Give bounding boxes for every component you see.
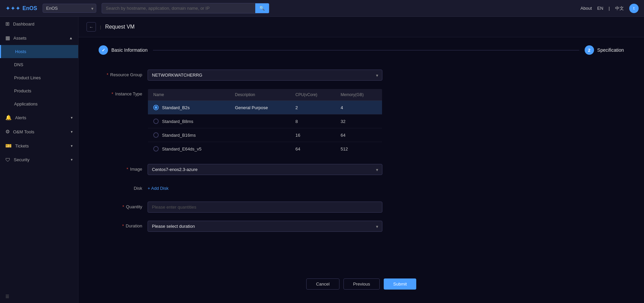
table-row[interactable]: Standard_B2s General Purpose 2 4 bbox=[148, 101, 382, 115]
disk-control: + Add Disk bbox=[148, 183, 382, 193]
radio-1[interactable] bbox=[153, 119, 159, 124]
form-container: * Resource Group NETWORKWATCHERRG * Inst… bbox=[78, 63, 644, 272]
sidebar: ⊞ Dashboard ▦ Assets ▲ Hosts DNS Product… bbox=[0, 17, 78, 303]
sidebar-item-security[interactable]: 🛡 Security ▾ bbox=[0, 153, 78, 167]
tickets-chevron: ▾ bbox=[71, 144, 73, 148]
step-line bbox=[153, 50, 579, 50]
sidebar-item-assets[interactable]: ▦ Assets ▲ bbox=[0, 31, 78, 45]
om-chevron: ▾ bbox=[71, 130, 73, 134]
resource-group-select[interactable]: NETWORKWATCHERRG bbox=[148, 70, 382, 81]
topnav: ✦✦✦ EnOS EnOS 🔍 About EN | 中文 t bbox=[0, 0, 644, 17]
duration-select[interactable]: Please select duration bbox=[148, 221, 382, 232]
sidebar-menu-icon[interactable]: ☰ bbox=[0, 290, 78, 303]
table-row[interactable]: Standard_E64ds_v5 64 512 bbox=[148, 142, 382, 156]
table-row[interactable]: Standard_B16ms 16 64 bbox=[148, 128, 382, 142]
disk-row: Disk + Add Disk bbox=[99, 183, 624, 193]
tickets-icon: 🎫 bbox=[5, 143, 12, 149]
logo-icon: ✦✦✦ bbox=[5, 5, 20, 12]
sidebar-label-applications: Applications bbox=[14, 101, 38, 106]
resource-group-label: * Resource Group bbox=[99, 70, 142, 77]
content-area: ← | Request VM ✓ Basic Information 2 Spe… bbox=[78, 17, 644, 303]
sidebar-label-alerts: Alerts bbox=[15, 115, 26, 120]
lang-divider: | bbox=[609, 6, 610, 11]
sidebar-label-dashboard: Dashboard bbox=[13, 21, 35, 27]
user-avatar[interactable]: t bbox=[629, 4, 639, 13]
back-button[interactable]: ← bbox=[87, 22, 96, 32]
submit-button[interactable]: Submit bbox=[384, 278, 416, 290]
image-select[interactable]: Centos7-enos2.3-azure bbox=[148, 164, 382, 175]
step2-circle: 2 bbox=[585, 45, 594, 55]
om-tools-icon: ⚙ bbox=[5, 129, 10, 135]
radio-0[interactable] bbox=[153, 105, 159, 110]
radio-2[interactable] bbox=[153, 132, 159, 138]
quantity-input[interactable] bbox=[148, 202, 382, 213]
sidebar-label-om-tools: O&M Tools bbox=[13, 129, 34, 134]
resource-group-select-wrapper[interactable]: NETWORKWATCHERRG bbox=[148, 70, 382, 81]
env-selector[interactable]: EnOS bbox=[43, 4, 96, 13]
page-title: Request VM bbox=[105, 24, 135, 30]
sidebar-item-applications[interactable]: Applications bbox=[0, 97, 78, 111]
duration-select-wrapper[interactable]: Please select duration bbox=[148, 221, 382, 232]
previous-button[interactable]: Previous bbox=[343, 278, 380, 290]
sidebar-item-tickets[interactable]: 🎫 Tickets ▾ bbox=[0, 139, 78, 153]
sidebar-item-dashboard[interactable]: ⊞ Dashboard bbox=[0, 17, 78, 31]
quantity-control bbox=[148, 202, 382, 213]
duration-label: * Duration bbox=[99, 221, 142, 228]
hamburger-icon: ☰ bbox=[5, 294, 9, 299]
cancel-button[interactable]: Cancel bbox=[306, 278, 339, 290]
add-disk-button[interactable]: + Add Disk bbox=[148, 183, 169, 193]
quantity-row: * Quantity bbox=[99, 202, 624, 213]
lang-en[interactable]: EN bbox=[597, 6, 603, 11]
sidebar-label-products: Products bbox=[14, 88, 31, 93]
col-name-header: Name bbox=[148, 89, 230, 101]
topnav-right: About EN | 中文 t bbox=[581, 4, 639, 13]
instance-desc-1 bbox=[229, 115, 290, 128]
sidebar-item-alerts[interactable]: 🔔 Alerts ▾ bbox=[0, 111, 78, 125]
lang-cn[interactable]: 中文 bbox=[615, 5, 624, 11]
main-layout: ⊞ Dashboard ▦ Assets ▲ Hosts DNS Product… bbox=[0, 17, 644, 303]
logo-text: EnOS bbox=[22, 5, 37, 11]
duration-control: Please select duration bbox=[148, 221, 382, 232]
dashboard-icon: ⊞ bbox=[5, 21, 10, 27]
alerts-icon: 🔔 bbox=[5, 115, 12, 121]
assets-icon: ▦ bbox=[5, 35, 10, 41]
step1-circle: ✓ bbox=[99, 45, 108, 55]
radio-3[interactable] bbox=[153, 146, 159, 152]
instance-type-label: * Instance Type bbox=[99, 89, 142, 96]
instance-name-2: Standard_B16ms bbox=[162, 133, 196, 138]
image-select-wrapper[interactable]: Centos7-enos2.3-azure bbox=[148, 164, 382, 175]
resource-group-row: * Resource Group NETWORKWATCHERRG bbox=[99, 70, 624, 81]
alerts-chevron: ▾ bbox=[71, 116, 73, 120]
instance-name-3: Standard_E64ds_v5 bbox=[162, 146, 202, 152]
instance-cpu-2: 16 bbox=[290, 128, 335, 142]
table-row[interactable]: Standard_B8ms 8 32 bbox=[148, 115, 382, 128]
sidebar-item-om-tools[interactable]: ⚙ O&M Tools ▾ bbox=[0, 125, 78, 139]
instance-cpu-1: 8 bbox=[290, 115, 335, 128]
step-2: 2 Specification bbox=[585, 45, 624, 55]
sidebar-item-dns[interactable]: DNS bbox=[0, 58, 78, 71]
security-icon: 🛡 bbox=[5, 157, 10, 163]
image-row: * Image Centos7-enos2.3-azure bbox=[99, 164, 624, 175]
logo: ✦✦✦ EnOS bbox=[5, 5, 37, 12]
sidebar-label-tickets: Tickets bbox=[15, 143, 29, 148]
env-selector-wrapper[interactable]: EnOS bbox=[43, 4, 96, 13]
search-input[interactable] bbox=[102, 3, 255, 13]
instance-memory-2: 64 bbox=[335, 128, 382, 142]
instance-type-control: Name Description CPU(vCore) Memory(GB) S… bbox=[148, 89, 382, 156]
sidebar-item-product-lines[interactable]: Product Lines bbox=[0, 71, 78, 84]
page-header: ← | Request VM bbox=[78, 17, 644, 37]
sidebar-item-products[interactable]: Products bbox=[0, 84, 78, 97]
sidebar-item-hosts[interactable]: Hosts bbox=[0, 45, 78, 58]
assets-chevron: ▲ bbox=[69, 36, 73, 40]
step2-label: Specification bbox=[597, 47, 624, 53]
search-button[interactable]: 🔍 bbox=[255, 3, 269, 13]
about-link[interactable]: About bbox=[581, 6, 592, 11]
sidebar-label-dns: DNS bbox=[14, 62, 23, 67]
image-label: * Image bbox=[99, 164, 142, 172]
instance-name-1: Standard_B8ms bbox=[162, 119, 193, 124]
instance-desc-0: General Purpose bbox=[229, 101, 290, 115]
disk-label: Disk bbox=[99, 183, 142, 191]
header-divider: | bbox=[100, 25, 101, 30]
step-1: ✓ Basic Information bbox=[99, 45, 148, 55]
instance-cpu-3: 64 bbox=[290, 142, 335, 156]
